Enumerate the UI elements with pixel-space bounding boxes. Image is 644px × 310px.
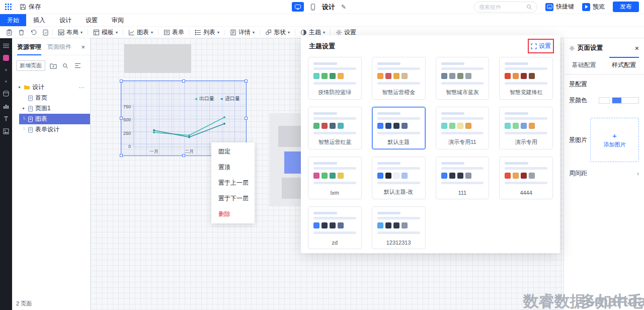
tree-item-首页[interactable]: 首页 xyxy=(12,93,90,103)
publish-button[interactable]: 发布 xyxy=(613,2,639,12)
caret-down-icon[interactable]: ▾ xyxy=(20,106,27,111)
resize-handle[interactable] xyxy=(182,80,185,83)
menubar-item[interactable]: 审阅 xyxy=(105,14,131,26)
menu-icon[interactable] xyxy=(2,43,10,48)
theme-card[interactable]: 智慧运营橙金 xyxy=(372,57,426,100)
tree-item-图表[interactable]: └图表 xyxy=(12,114,90,124)
paste-icon[interactable] xyxy=(3,28,15,37)
resize-handle[interactable] xyxy=(245,117,248,120)
add-image-button[interactable]: + 添加图片 xyxy=(590,118,639,162)
context-menu-item[interactable]: 删除 xyxy=(211,206,255,222)
collapse-tree-icon[interactable] xyxy=(73,62,82,70)
modal-title: 主题设置 xyxy=(309,42,335,50)
color-swatch-white[interactable] xyxy=(599,97,610,104)
theme-card[interactable]: 4444 xyxy=(499,157,553,199)
desktop-view-button[interactable] xyxy=(292,2,304,12)
tab-page-components[interactable]: 页面组件 xyxy=(47,43,71,51)
chart-icon[interactable] xyxy=(2,103,10,109)
menubar-item[interactable]: 插入 xyxy=(26,14,52,26)
tree-item-表单设计[interactable]: └表单设计 xyxy=(12,124,90,135)
resize-handle[interactable] xyxy=(120,80,123,83)
search-icon[interactable] xyxy=(526,4,532,10)
tab-resource-management[interactable]: 资源管理 xyxy=(17,43,41,51)
page-icon xyxy=(28,116,33,122)
dot-icon[interactable] xyxy=(2,67,10,72)
close-icon[interactable]: × xyxy=(81,43,85,51)
theme-color-swatch xyxy=(321,123,328,129)
theme-card[interactable]: 智慧城市蓝灰 xyxy=(436,57,490,100)
toolbar-form-button[interactable]: 表单 xyxy=(159,28,188,37)
theme-card[interactable]: 演示专用 xyxy=(499,107,553,149)
image-icon[interactable] xyxy=(2,128,10,134)
theme-color-swatch xyxy=(385,222,391,228)
widget-icon[interactable] xyxy=(2,91,10,97)
theme-card[interactable]: 智慧运营红蓝 xyxy=(308,107,362,149)
save-button[interactable]: 保存 xyxy=(20,3,41,11)
theme-card[interactable]: zd xyxy=(308,206,362,249)
toolbar-template-button[interactable]: 模板▾ xyxy=(89,28,122,37)
tree-item-设计[interactable]: ▾设计⋯ xyxy=(12,82,90,93)
menubar-item[interactable]: 设计 xyxy=(52,14,78,26)
theme-color-swatch xyxy=(385,173,391,179)
clipboard-check-icon[interactable] xyxy=(39,28,51,37)
context-menu-item[interactable]: 置于上一层 xyxy=(211,175,255,191)
toolbar-chart-button[interactable]: 图表▾ xyxy=(124,28,157,37)
resize-handle[interactable] xyxy=(245,80,248,83)
apps-grid-icon[interactable] xyxy=(5,4,12,10)
tree-item-页面1[interactable]: ▾页面1 xyxy=(12,103,90,114)
search-icon[interactable] xyxy=(61,62,69,70)
mobile-view-button[interactable] xyxy=(310,4,316,11)
delete-icon[interactable] xyxy=(15,28,27,37)
theme-card[interactable]: 默认主题 xyxy=(372,107,426,149)
toolbar-shape-button[interactable]: 形状▾ xyxy=(261,28,294,37)
new-folder-icon[interactable] xyxy=(49,62,57,70)
context-menu-item[interactable]: 固定 xyxy=(211,144,255,160)
list-icon xyxy=(195,29,201,36)
color-picker-field[interactable] xyxy=(612,97,639,104)
shape-icon xyxy=(265,29,272,36)
page-icon xyxy=(28,106,33,112)
resize-handle[interactable] xyxy=(120,117,123,120)
logo-icon[interactable] xyxy=(2,55,10,61)
context-menu-item[interactable]: 置于下一层 xyxy=(211,191,255,206)
theme-name: 智慧运营红蓝 xyxy=(313,138,356,146)
widget-block-blue xyxy=(284,151,301,174)
resize-handle[interactable] xyxy=(182,154,185,157)
menubar-item[interactable]: 开始 xyxy=(0,14,26,26)
legend-item: ◄进口量 xyxy=(219,95,240,102)
resize-handle[interactable] xyxy=(120,154,123,157)
edit-title-icon[interactable]: ✎ xyxy=(341,4,346,11)
theme-card[interactable]: 智慧党建绛红 xyxy=(499,57,553,100)
theme-settings-button[interactable]: 设置 xyxy=(531,42,551,50)
more-icon[interactable]: ⋯ xyxy=(78,84,90,91)
close-icon[interactable]: × xyxy=(635,44,639,52)
theme-card[interactable]: 111 xyxy=(436,157,490,199)
theme-card[interactable]: lxm xyxy=(308,157,362,199)
theme-card[interactable]: 默认主题-改 xyxy=(372,157,426,199)
bg-config-section[interactable]: 景配置 xyxy=(564,75,644,93)
context-menu-item[interactable]: 置顶 xyxy=(211,160,255,175)
shortcuts-button[interactable]: 快捷键 xyxy=(545,3,574,11)
text-icon[interactable] xyxy=(2,116,10,122)
menubar-item[interactable]: 设置 xyxy=(78,14,105,26)
placeholder-block[interactable] xyxy=(124,44,191,73)
caret-down-icon[interactable]: ▾ xyxy=(16,85,23,90)
dot-icon[interactable] xyxy=(2,79,10,84)
padding-row[interactable]: 周间距 › xyxy=(564,164,644,182)
tab-basic-config[interactable]: 基础配置 xyxy=(564,57,604,74)
theme-color-swatch xyxy=(401,123,408,129)
theme-card[interactable]: 12312313 xyxy=(372,206,426,249)
tab-style-config[interactable]: 样式配置 xyxy=(604,57,644,74)
undo-icon[interactable] xyxy=(27,28,39,37)
theme-color-swatch xyxy=(449,173,455,179)
theme-card[interactable]: 疫情防控蓝绿 xyxy=(308,57,362,100)
preview-button[interactable]: 预览 xyxy=(582,3,605,11)
add-page-button[interactable]: 新增页面 xyxy=(16,60,45,71)
component-search-input[interactable] xyxy=(479,4,526,10)
theme-card[interactable]: 演示专用11 xyxy=(436,107,490,149)
toolbar-list-button[interactable]: 列表▾ xyxy=(191,28,223,37)
theme-name: zd xyxy=(313,240,356,246)
theme-name: 演示专用 xyxy=(505,138,547,146)
toolbar-detail-button[interactable]: 详情▾ xyxy=(226,28,259,37)
toolbar-layout-button[interactable]: 布局▾ xyxy=(54,28,87,37)
